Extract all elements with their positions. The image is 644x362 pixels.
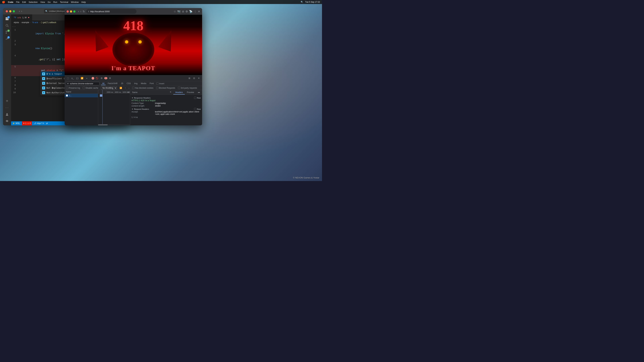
details-tab-more[interactable]: ▸▸ (196, 90, 202, 94)
maximize-button[interactable] (13, 10, 15, 12)
bookmark-icon[interactable]: ☆ (174, 10, 176, 13)
forward-button[interactable]: › (21, 10, 22, 13)
go-menu[interactable]: Go (48, 1, 50, 3)
remote-icon[interactable] (4, 98, 10, 104)
response-headers-toggle[interactable]: ▼ (132, 97, 133, 99)
file-menu[interactable]: File (16, 1, 20, 3)
clear-icon[interactable]: 🚫 (95, 76, 99, 80)
blocked-requests-checkbox[interactable] (156, 87, 158, 89)
browser-close[interactable] (66, 10, 69, 12)
name-header: Name (66, 91, 71, 93)
help-menu[interactable]: Help (81, 1, 86, 3)
preserve-log-option[interactable]: Preserve log (66, 87, 80, 89)
settings-icon[interactable]: ⚙ (186, 10, 188, 13)
blocked-requests-option[interactable]: Blocked Requests (156, 87, 175, 89)
source-control-icon[interactable]: 11 (4, 29, 10, 35)
search-icon[interactable] (4, 22, 10, 28)
filter-js[interactable]: JS (120, 82, 124, 85)
close-devtools-icon[interactable]: ✕ (197, 76, 201, 80)
more-icon[interactable]: ··· (4, 105, 10, 111)
breadcrumb-elysia[interactable]: elysia (14, 21, 19, 24)
current-tab[interactable]: TS a.ts 1, M ● (11, 14, 32, 20)
details-tab-headers[interactable]: Headers (173, 90, 185, 94)
details-close-icon[interactable]: ✕ (168, 90, 172, 94)
breadcrumb-function[interactable]: ⬡ get('/') callback (41, 21, 56, 24)
network-row[interactable]: I... (64, 94, 98, 97)
filter-media[interactable]: Media (140, 82, 148, 85)
breadcrumb-example[interactable]: example (22, 21, 29, 24)
details-tab-preview[interactable]: Preview (185, 90, 196, 94)
filter-clear-icon[interactable]: ✕ (67, 82, 69, 85)
filter-fetch[interactable]: Fetch/XHR (106, 82, 119, 85)
git-branch[interactable]: ⎇ miyu* ↻ (34, 122, 44, 124)
url-text: http://localhost:3000 (90, 10, 110, 13)
screenshot-icon[interactable]: 📷 (177, 10, 180, 13)
preserve-log-checkbox[interactable] (66, 87, 68, 89)
timeline-scrollbar-thumb[interactable] (98, 124, 108, 125)
filter-icon[interactable]: ⚙ (100, 76, 104, 80)
browser-url-bar[interactable]: ℹ http://localhost:3000 (86, 9, 136, 14)
apple-menu[interactable]: 🍎 (2, 0, 5, 3)
filter-all[interactable]: All (101, 82, 106, 85)
close-icon[interactable]: ✕ (198, 10, 200, 13)
app-menu[interactable]: Code (8, 1, 14, 3)
window-menu[interactable]: Window (71, 1, 79, 3)
more-icon[interactable]: ⋮ (194, 10, 196, 13)
raw-request-checkbox[interactable]: Raw (194, 108, 201, 110)
throttle-select[interactable]: No throttling (101, 86, 117, 90)
extensions-icon[interactable]: 5 (4, 36, 10, 42)
invert-checkbox[interactable] (156, 82, 158, 85)
teapot-eye-right (138, 40, 142, 43)
timeline-scrollbar[interactable] (98, 124, 130, 125)
network-filter-input[interactable]: ✕ -scheme:chrome-extensior (66, 82, 100, 85)
account-icon[interactable] (4, 111, 10, 117)
has-blocked-cookies-option[interactable]: Has blocked cookies (132, 87, 154, 89)
devtools-more-icon[interactable]: » (85, 76, 89, 80)
selection-menu[interactable]: Selection (29, 1, 38, 3)
details-tab-name[interactable]: Name (130, 90, 140, 94)
svg-rect-2 (6, 19, 7, 20)
disable-cache-checkbox[interactable] (83, 87, 85, 89)
accept-val: text/html,application/xhtml+xml,applic a… (155, 111, 201, 115)
browser-maximize[interactable] (73, 10, 76, 12)
invert-filter[interactable]: Invert (156, 82, 164, 85)
terminal-menu[interactable]: Terminal (60, 1, 68, 3)
devtools-elements-icon[interactable]: ⬚ (66, 76, 70, 80)
filter-css[interactable]: CSS (125, 82, 132, 85)
settings-icon[interactable] (4, 118, 10, 124)
browser-back-icon[interactable]: ‹ (78, 10, 79, 13)
view-menu[interactable]: View (40, 1, 45, 3)
devtools-network-icon[interactable]: 📶 (80, 76, 84, 80)
devtools-sources-icon[interactable]: { } (75, 76, 79, 80)
back-button[interactable]: ‹ (19, 10, 20, 13)
request-headers-toggle[interactable]: ▼ (132, 108, 133, 110)
minimize-button[interactable] (9, 10, 12, 12)
browser-forward-icon[interactable]: › (80, 10, 81, 13)
close-button[interactable] (6, 10, 8, 12)
breadcrumb-file[interactable]: TS a.ts (32, 21, 38, 24)
tick-8000: 8000 (127, 90, 130, 93)
browser-minimize[interactable] (70, 10, 72, 12)
third-party-option[interactable]: 3rd-party requests (178, 87, 197, 89)
disable-cache-option[interactable]: Disable cache (83, 87, 98, 89)
record-button[interactable] (92, 77, 94, 80)
dock-icon[interactable]: ⊞ (187, 76, 191, 80)
browser-refresh-icon[interactable]: ↻ (83, 10, 85, 13)
cast-icon[interactable]: 📡 (189, 10, 192, 13)
undock-icon[interactable]: ⊟ (192, 76, 196, 80)
devtools-filter-bar: ✕ -scheme:chrome-extensior All Fetch/XHR… (64, 81, 202, 86)
devtools-settings-icon[interactable]: ⚙ (108, 76, 112, 80)
run-menu[interactable]: Run (53, 1, 57, 3)
filter-img[interactable]: Img (133, 82, 139, 85)
edit-menu[interactable]: Edit (22, 1, 26, 3)
devtools-console-icon[interactable]: ≥_ (70, 76, 75, 80)
adblock-icon[interactable]: ⊘ (182, 10, 184, 13)
third-party-checkbox[interactable] (178, 87, 180, 89)
git-changes[interactable]: ⇄ (46, 122, 48, 124)
explorer-icon[interactable]: 1 (4, 16, 10, 22)
blocked-cookies-checkbox[interactable] (132, 87, 134, 89)
remote-status[interactable]: ⚡ WSL (12, 122, 20, 124)
filter-font[interactable]: Font (148, 82, 155, 85)
raw-response-checkbox[interactable]: Raw (194, 97, 201, 99)
error-status[interactable]: ✕ 1 ⚠ 0 (22, 121, 32, 125)
